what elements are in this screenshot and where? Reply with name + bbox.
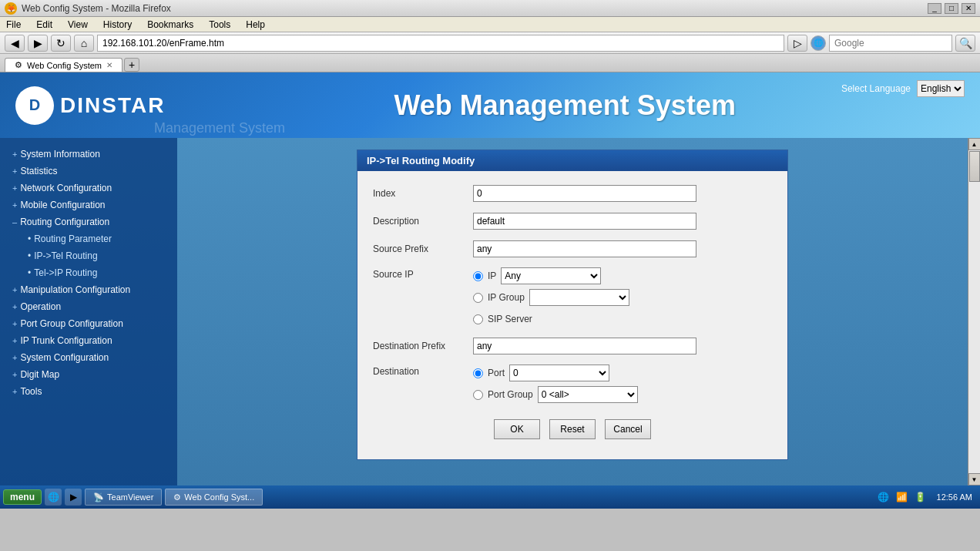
sidebar-item-routing-configuration[interactable]: – Routing Configuration: [0, 213, 177, 230]
new-tab-button[interactable]: +: [124, 58, 139, 72]
address-go-button[interactable]: ▷: [787, 35, 807, 52]
expand-icon: +: [12, 183, 17, 193]
input-source-prefix[interactable]: [473, 240, 696, 257]
menu-view[interactable]: View: [65, 19, 91, 30]
select-ip-group[interactable]: [529, 289, 629, 306]
sidebar-item-system-configuration[interactable]: + System Configuration: [0, 349, 177, 366]
window-controls[interactable]: _ □ ✕: [928, 3, 975, 14]
label-port-group: Port Group: [488, 389, 533, 400]
tray-icon-3: 🔋: [914, 490, 928, 504]
scroll-up-button[interactable]: ▲: [968, 138, 981, 150]
sidebar-item-statistics[interactable]: + Statistics: [0, 163, 177, 180]
sidebar-label-digit-map: Digit Map: [20, 369, 59, 380]
menu-tools[interactable]: Tools: [206, 19, 233, 30]
browser-icon: 🌐: [811, 35, 826, 51]
radio-row-sip-server: SIP Server: [473, 310, 629, 328]
taskbar-teamviewer[interactable]: 📡 TeamViewer: [85, 489, 162, 506]
tab-label: Web Config System: [27, 61, 102, 70]
sidebar-item-routing-parameter[interactable]: • Routing Parameter: [0, 230, 177, 247]
label-source-prefix: Source Prefix: [373, 244, 473, 254]
sidebar-item-operation[interactable]: + Operation: [0, 298, 177, 315]
search-go-button[interactable]: 🔍: [955, 35, 975, 52]
reload-button[interactable]: ↻: [51, 35, 71, 52]
reset-button[interactable]: Reset: [549, 419, 596, 439]
language-label: Select Language: [841, 83, 911, 94]
ok-button[interactable]: OK: [494, 419, 540, 439]
scroll-thumb[interactable]: [969, 151, 980, 182]
sidebar-item-digit-map[interactable]: + Digit Map: [0, 366, 177, 383]
menu-file[interactable]: File: [3, 19, 24, 30]
expand-icon: +: [12, 200, 17, 210]
bullet-icon: •: [28, 267, 31, 278]
taskbar-webconfigsystem[interactable]: ⚙ Web Config Syst...: [165, 489, 263, 506]
expand-icon: +: [12, 353, 17, 362]
select-port-group[interactable]: 0 <all>: [538, 386, 638, 403]
radio-row-ip: IP Any: [473, 267, 629, 285]
radio-ip[interactable]: [473, 271, 483, 281]
back-button[interactable]: ◀: [5, 35, 25, 52]
menu-edit[interactable]: Edit: [33, 19, 55, 30]
radio-port-group[interactable]: [473, 390, 483, 400]
form-row-description: Description: [373, 211, 772, 231]
language-dropdown[interactable]: English: [917, 80, 965, 97]
taskbar-teamviewer-label: TeamViewer: [107, 492, 153, 502]
tray-icon-1: 🌐: [877, 490, 891, 504]
search-bar[interactable]: [829, 35, 952, 52]
bullet-icon: •: [28, 250, 31, 261]
radio-ip-group[interactable]: [473, 293, 483, 303]
sidebar-item-manipulation-configuration[interactable]: + Manipulation Configuration: [0, 281, 177, 298]
taskbar-icon-1: 🌐: [45, 489, 62, 506]
menu-help[interactable]: Help: [243, 19, 268, 30]
sidebar-label-system-information: System Information: [20, 149, 99, 160]
input-index[interactable]: [473, 185, 696, 202]
sidebar-item-tools[interactable]: + Tools: [0, 383, 177, 400]
sidebar-item-mobile-configuration[interactable]: + Mobile Configuration: [0, 197, 177, 213]
scroll-track[interactable]: [968, 150, 981, 473]
radio-sip-server[interactable]: [473, 314, 483, 324]
close-button[interactable]: ✕: [962, 3, 975, 14]
page-header: D DINSTAR Web Management System Select L…: [0, 72, 980, 138]
tab-close-icon[interactable]: ✕: [106, 61, 112, 69]
form-title: IP->Tel Routing Modify: [367, 155, 475, 166]
input-description[interactable]: [473, 213, 696, 230]
label-ip-group: IP Group: [488, 292, 525, 303]
sidebar-item-ip-tel-routing[interactable]: • IP->Tel Routing: [0, 247, 177, 264]
sidebar-item-ip-trunk-configuration[interactable]: + IP Trunk Configuration: [0, 332, 177, 349]
header-watermark: Management System: [154, 120, 285, 136]
tab-webconfigsystem[interactable]: ⚙ Web Config System ✕: [5, 58, 123, 72]
sidebar-label-routing-configuration: Routing Configuration: [20, 217, 109, 227]
sidebar-item-tel-ip-routing[interactable]: • Tel->IP Routing: [0, 264, 177, 281]
menu-history[interactable]: History: [100, 19, 135, 30]
minimize-button[interactable]: _: [928, 3, 941, 14]
sidebar-label-routing-parameter: Routing Parameter: [34, 234, 112, 244]
select-ip-any[interactable]: Any: [501, 267, 601, 284]
taskbar-time: 12:56 AM: [932, 492, 977, 502]
expand-icon: +: [12, 285, 17, 294]
tray-icon-2: 📶: [895, 490, 909, 504]
sidebar: + System Information + Statistics + Netw…: [0, 138, 177, 485]
home-button[interactable]: ⌂: [74, 35, 94, 52]
sidebar-item-system-information[interactable]: + System Information: [0, 146, 177, 163]
label-description: Description: [373, 216, 473, 227]
input-destination-prefix[interactable]: [473, 338, 696, 354]
address-bar[interactable]: [97, 35, 784, 52]
sidebar-item-port-group-configuration[interactable]: + Port Group Configuration: [0, 315, 177, 332]
scroll-down-button[interactable]: ▼: [968, 473, 981, 485]
select-port[interactable]: 0: [509, 365, 609, 381]
radio-row-ip-group: IP Group: [473, 288, 629, 307]
menu-bar: File Edit View History Bookmarks Tools H…: [0, 17, 980, 32]
start-button[interactable]: menu: [3, 489, 42, 505]
menu-bookmarks[interactable]: Bookmarks: [144, 19, 196, 30]
tab-icon: ⚙: [15, 60, 22, 70]
radio-row-port-group: Port Group 0 <all>: [473, 385, 638, 404]
forward-button[interactable]: ▶: [28, 35, 48, 52]
form-row-index: Index: [373, 183, 772, 203]
maximize-button[interactable]: □: [945, 3, 958, 14]
radio-port[interactable]: [473, 368, 483, 378]
label-index: Index: [373, 188, 473, 199]
bullet-icon: •: [28, 234, 31, 244]
sidebar-label-ip-tel-routing: IP->Tel Routing: [34, 250, 97, 261]
language-selector: Select Language English: [841, 80, 965, 97]
sidebar-item-network-configuration[interactable]: + Network Configuration: [0, 180, 177, 197]
cancel-button[interactable]: Cancel: [605, 419, 651, 439]
